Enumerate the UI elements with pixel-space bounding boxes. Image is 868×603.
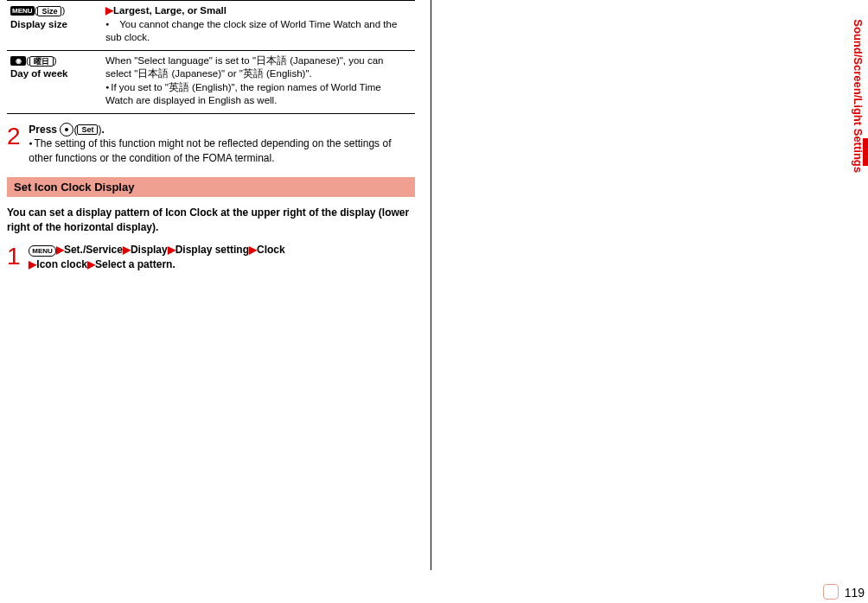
- table-row: MENU(Size) Display size ▶Largest, Large,…: [7, 1, 415, 51]
- menu-icon: MENU: [10, 6, 35, 16]
- row-label: Display size: [10, 19, 67, 29]
- nav-item: Clock: [257, 244, 285, 256]
- step-number: 1: [7, 243, 26, 270]
- page-decoration: [823, 584, 839, 600]
- arrow-icon: ▶: [87, 258, 95, 270]
- step-1: 1 MENU▶Set./Service▶Display▶Display sett…: [7, 243, 415, 270]
- camera-icon: ◉: [10, 56, 26, 66]
- side-tab-label: Sound/Screen/Light Settings: [852, 19, 865, 173]
- section-intro: You can set a display pattern of Icon Cl…: [7, 206, 415, 235]
- size-options: Largest, Large, or Small: [113, 5, 227, 16]
- step-body: MENU▶Set./Service▶Display▶Display settin…: [29, 243, 409, 270]
- nav-item: Display: [131, 244, 168, 256]
- step-number: 2: [7, 123, 26, 150]
- press-label: Press: [29, 124, 57, 136]
- left-column: MENU(Size) Display size ▶Largest, Large,…: [0, 0, 415, 271]
- menu-key-icon: MENU: [29, 245, 56, 257]
- page-number: 119: [845, 586, 865, 600]
- step-2: 2 Press (Set). The setting of this funct…: [7, 123, 415, 165]
- bullet-text: If you set to "英語 (English)", the region…: [105, 82, 381, 106]
- arrow-icon: ▶: [56, 244, 64, 256]
- arrow-icon: ▶: [123, 244, 131, 256]
- ui-button-dayofweek: 曜日: [29, 56, 54, 67]
- section-header: Set Icon Clock Display: [7, 177, 415, 197]
- row-label-cell: MENU(Size) Display size: [7, 1, 102, 51]
- bullet-text: You cannot change the clock size of Worl…: [105, 19, 397, 43]
- column-divider: [431, 0, 431, 570]
- nav-item: Display setting: [176, 244, 249, 256]
- table-row: ◉(曜日) Day of week When "Select language"…: [7, 50, 415, 113]
- arrow-icon: ▶: [168, 244, 176, 256]
- nav-item: Select a pattern.: [95, 258, 176, 270]
- ui-button-set: Set: [77, 124, 98, 135]
- bullet-text: The setting of this function might not b…: [29, 137, 391, 163]
- settings-table: MENU(Size) Display size ▶Largest, Large,…: [7, 0, 415, 114]
- row-content: When "Select language" is set to "日本語 (J…: [102, 50, 415, 113]
- ok-button-icon: [60, 123, 73, 136]
- side-tab: Sound/Screen/Light Settings: [849, 138, 868, 397]
- arrow-icon: ▶: [249, 244, 257, 256]
- arrow-icon: ▶: [29, 258, 36, 270]
- step-body: Press (Set). The setting of this functio…: [29, 123, 409, 165]
- row-content: ▶Largest, Large, or Small You cannot cha…: [102, 1, 415, 51]
- row-label: Day of week: [10, 68, 67, 79]
- arrow-icon: ▶: [105, 5, 113, 16]
- description-text: When "Select language" is set to "日本語 (J…: [105, 55, 383, 79]
- row-label-cell: ◉(曜日) Day of week: [7, 50, 102, 113]
- nav-item: Set./Service: [64, 244, 123, 256]
- ui-button-size: Size: [37, 6, 61, 16]
- nav-item: Icon clock: [36, 258, 87, 270]
